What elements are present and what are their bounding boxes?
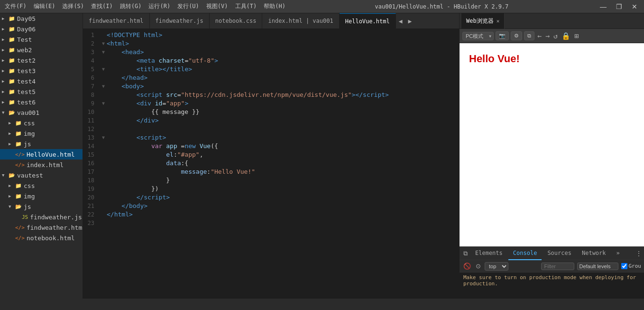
maximize-button[interactable]: ❐ xyxy=(614,3,624,10)
sidebar-item-notebook-html[interactable]: </> notebook.html xyxy=(0,233,83,243)
split-button[interactable]: ⧉ xyxy=(524,31,534,40)
sidebar-item-Day06[interactable]: ▶ 📁 Day06 xyxy=(0,24,83,34)
console-group-checkbox[interactable]: Grou xyxy=(621,263,642,269)
tab-scroll-left[interactable]: ◀ xyxy=(396,18,405,25)
sidebar-item-test2[interactable]: ▶ 📁 test2 xyxy=(0,55,83,66)
sidebar-item-vau001[interactable]: ▼ 📂 vau001 xyxy=(0,107,83,118)
menu-select[interactable]: 选择(S) xyxy=(62,2,84,10)
console-filter-input[interactable] xyxy=(541,263,574,270)
sidebar-item-js[interactable]: ▶ 📁 js xyxy=(0,139,83,149)
fold-indicator[interactable]: ▼ xyxy=(100,65,107,74)
console-clear-button[interactable]: 🚫 xyxy=(462,263,472,270)
menu-jump[interactable]: 跳转(G) xyxy=(120,2,142,10)
line-content[interactable]: var app =new Vue({ xyxy=(107,142,459,150)
tab-findweather-html[interactable]: findweather.html xyxy=(83,13,150,29)
sidebar-item-web2[interactable]: ▶ 📁 web2 xyxy=(0,45,83,55)
sidebar-item-img2[interactable]: ▶ 📁 img xyxy=(0,191,83,201)
line-content[interactable]: <div id="app"> xyxy=(107,99,459,108)
line-content[interactable]: } xyxy=(107,176,459,185)
close-button[interactable]: ✕ xyxy=(630,3,639,10)
grid-icon[interactable]: ⊞ xyxy=(573,32,580,40)
sidebar-item-findweather-html[interactable]: </> findweather.html xyxy=(0,222,83,233)
sidebar-item-img[interactable]: ▶ 📁 img xyxy=(0,128,83,139)
devtools-more-options-icon[interactable]: ⋮ xyxy=(635,250,642,257)
restore-devtools-icon[interactable]: ⧉ xyxy=(461,250,469,257)
line-content[interactable]: </body> xyxy=(107,202,459,210)
fold-indicator[interactable]: ▼ xyxy=(100,48,107,56)
line-content[interactable]: <html> xyxy=(107,39,459,48)
line-content[interactable]: <script> xyxy=(107,133,459,142)
line-content[interactable]: <script src="https://cdn.jsdelivr.net/np… xyxy=(107,91,459,99)
console-inspect-button[interactable]: ⊙ xyxy=(475,263,482,270)
browser-tab-close[interactable]: ✕ xyxy=(497,18,500,24)
sidebar-item-label: Day06 xyxy=(17,26,36,33)
browser-tab[interactable]: Web浏览器 ✕ xyxy=(461,13,505,29)
menu-run[interactable]: 运行(R) xyxy=(148,2,170,10)
sidebar-item-test4[interactable]: ▶ 📁 test4 xyxy=(0,76,83,86)
sidebar-item-Test[interactable]: ▶ 📁 Test xyxy=(0,34,83,45)
tab-notebook-css[interactable]: notebook.css xyxy=(210,13,263,29)
mode-select[interactable]: PC模式 xyxy=(462,32,494,40)
fold-indicator[interactable]: ▼ xyxy=(100,99,107,108)
line-content[interactable]: <meta charset="utf-8"> xyxy=(107,56,459,65)
group-checkbox[interactable] xyxy=(621,263,627,269)
menu-find[interactable]: 查找(I) xyxy=(91,2,113,10)
line-content[interactable]: </div> xyxy=(107,116,459,125)
line-content[interactable]: <head> xyxy=(107,48,459,56)
line-content[interactable]: }) xyxy=(107,185,459,193)
line-content[interactable]: data:{ xyxy=(107,159,459,168)
tab-scroll-right[interactable]: ▶ xyxy=(405,18,414,25)
menu-publish[interactable]: 发行(U) xyxy=(177,2,199,10)
screenshot-button[interactable]: 📷 xyxy=(496,31,509,40)
sidebar-item-findweather-js[interactable]: JS findweather.js xyxy=(0,212,83,222)
menu-view[interactable]: 视图(V) xyxy=(206,2,228,10)
console-context-select[interactable]: top xyxy=(485,262,508,271)
minimize-button[interactable]: — xyxy=(598,3,608,10)
line-content[interactable]: </html> xyxy=(107,210,459,219)
sidebar-item-css[interactable]: ▶ 📁 css xyxy=(0,118,83,128)
folder-icon: 📂 xyxy=(9,172,15,178)
sidebar-item-HelloVue[interactable]: </> HelloVue.html xyxy=(0,149,83,160)
tab-findweather-js[interactable]: findweather.js xyxy=(150,13,210,29)
window-controls[interactable]: — ❐ ✕ xyxy=(598,3,639,10)
line-content[interactable]: el:"#app", xyxy=(107,150,459,159)
refresh-icon[interactable]: ↺ xyxy=(552,32,559,40)
console-levels-select[interactable]: Default levels xyxy=(577,263,618,270)
devtools-tab-elements[interactable]: Elements xyxy=(470,247,507,260)
back-icon[interactable]: ← xyxy=(536,32,543,40)
devtools-tab-sources[interactable]: Sources xyxy=(543,247,576,260)
fold-indicator[interactable]: ▼ xyxy=(100,82,107,91)
fold-indicator[interactable]: ▼ xyxy=(100,133,107,142)
sidebar-item-css2[interactable]: ▶ 📁 css xyxy=(0,180,83,191)
line-number: 3 xyxy=(83,48,100,56)
devtools-tab-more[interactable]: » xyxy=(612,247,625,260)
menu-help[interactable]: 帮助(H) xyxy=(264,2,285,10)
fold-indicator[interactable]: ▼ xyxy=(100,39,107,48)
line-content[interactable]: <body> xyxy=(107,82,459,91)
line-content[interactable]: {{ message }} xyxy=(107,108,459,116)
line-content[interactable]: </head> xyxy=(107,74,459,82)
code-editor[interactable]: 1 <!DOCTYPE html> 2 ▼ <html> 3 ▼ <head> … xyxy=(83,29,459,299)
line-content[interactable]: <title></title> xyxy=(107,65,459,74)
mode-select-wrapper[interactable]: PC模式 xyxy=(462,32,494,40)
tab-index-html[interactable]: index.html | vau001 xyxy=(262,13,339,29)
sidebar-item-test5[interactable]: ▶ 📁 test5 xyxy=(0,86,83,97)
line-content[interactable]: message:"Hello Vue!" xyxy=(107,168,459,176)
devtools-tab-network[interactable]: Network xyxy=(577,247,611,260)
sidebar-item-vautest[interactable]: ▼ 📂 vautest xyxy=(0,170,83,180)
sidebar-item-js2[interactable]: ▼ 📂 js xyxy=(0,201,83,212)
devtools-tab-console[interactable]: Console xyxy=(508,247,542,260)
sidebar-item-test3[interactable]: ▶ 📁 test3 xyxy=(0,66,83,76)
sidebar-item-test6[interactable]: ▶ 📁 test6 xyxy=(0,97,83,107)
menu-tools[interactable]: 工具(T) xyxy=(235,2,257,10)
menu-edit[interactable]: 编辑(E) xyxy=(34,2,55,10)
menu-file[interactable]: 文件(F) xyxy=(5,2,27,10)
sidebar-item-Day05[interactable]: ▶ 📁 Day05 xyxy=(0,13,83,24)
sidebar-item-index-html[interactable]: </> index.html xyxy=(0,160,83,170)
line-content[interactable]: </script> xyxy=(107,193,459,202)
menu-bar-items[interactable]: 文件(F) 编辑(E) 选择(S) 查找(I) 跳转(G) 运行(R) 发行(U… xyxy=(5,2,285,10)
forward-icon[interactable]: → xyxy=(544,32,551,40)
settings-button[interactable]: ⚙ xyxy=(511,31,522,40)
line-content[interactable]: <!DOCTYPE html> xyxy=(107,31,459,39)
tab-HelloVue-html[interactable]: HelloVue.html xyxy=(340,13,396,29)
